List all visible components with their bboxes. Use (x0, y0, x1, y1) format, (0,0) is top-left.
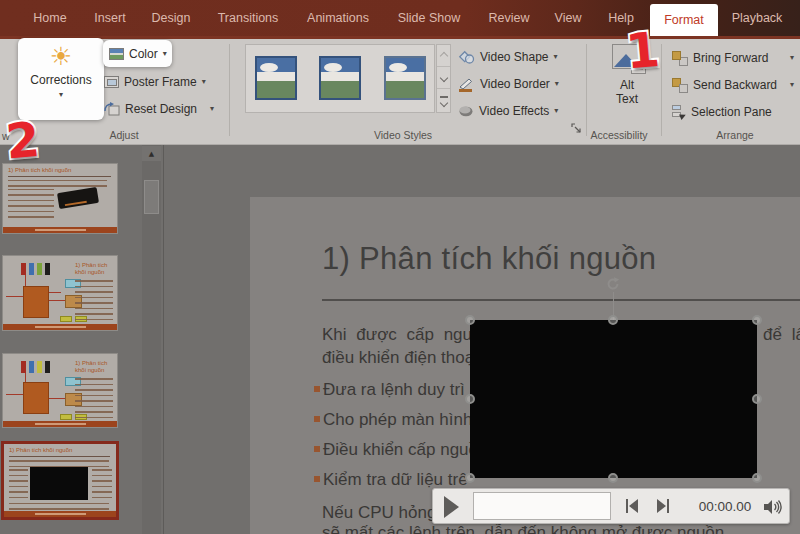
move-back-button[interactable] (626, 499, 638, 513)
frame-bar-icon (626, 499, 628, 513)
arrange-group-label: Arrange (700, 129, 770, 141)
poster-frame-icon (104, 76, 119, 88)
tab-review[interactable]: Review (481, 0, 537, 36)
move-forward-button[interactable] (657, 499, 669, 513)
tab-animations[interactable]: Animations (300, 0, 376, 36)
chevron-down-icon (439, 73, 447, 81)
video-border-label: Video Border (480, 77, 550, 91)
group-separator (586, 44, 587, 136)
thumbnail-title: 1) Phân tích (75, 360, 107, 367)
chevron-down-icon: ▾ (202, 78, 206, 86)
selection-handle-top-left[interactable] (465, 315, 475, 325)
video-styles-gallery (245, 44, 435, 113)
chevron-down-icon: ▾ (790, 54, 794, 62)
poster-frame-button[interactable]: Poster Frame ▾ (104, 70, 206, 94)
video-style-swatch-3[interactable] (384, 56, 426, 100)
tab-slide-show[interactable]: Slide Show (389, 0, 469, 36)
reset-design-label: Reset Design (125, 102, 197, 116)
body-bullet: Cho phép màn hình (323, 410, 472, 430)
selection-handle-mid-left[interactable] (465, 394, 475, 404)
bullet-square (314, 446, 320, 452)
media-progress-bar[interactable] (473, 492, 611, 520)
chevron-down-icon: ▾ (555, 80, 559, 88)
send-backward-label: Send Backward (693, 78, 777, 92)
selection-handle-bottom-center[interactable] (608, 473, 618, 483)
tab-home[interactable]: Home (28, 0, 72, 36)
selection-handle-top-center[interactable] (608, 315, 618, 325)
tab-playback[interactable]: Playback (724, 0, 790, 36)
thumbnail-footer-bar (3, 227, 117, 233)
thumbnail-text-lines (8, 180, 107, 187)
video-shape-icon (458, 50, 475, 65)
alt-text-label-line1: Alt (620, 78, 634, 92)
thumbnail-title: khối nguồn (75, 269, 104, 276)
slide-thumbnail-2[interactable]: 1) Phân tích khối nguồn (3, 256, 117, 330)
play-button[interactable] (444, 496, 459, 518)
powerpoint-window: Home Insert Design Transitions Animation… (0, 0, 800, 534)
selection-handle-mid-right[interactable] (752, 394, 762, 404)
thumbnails-scrollbar-thumb[interactable] (144, 180, 159, 214)
tab-design[interactable]: Design (146, 0, 196, 36)
diagram-bar (21, 263, 26, 275)
bring-forward-button[interactable]: Bring Forward ▾ (672, 46, 798, 70)
gallery-scrollbar (436, 44, 451, 113)
mute-unmute-button[interactable] (763, 499, 783, 519)
bullet-square (314, 386, 320, 392)
diagram-bar (37, 263, 42, 275)
video-shape-button[interactable]: Video Shape ▾ (458, 45, 558, 69)
diagram-box (60, 316, 72, 322)
ribbon: w ☀ Corrections ▾ Color ▾ Poster Frame ▾… (0, 36, 800, 145)
corrections-button[interactable]: ☀ Corrections ▾ (18, 38, 104, 120)
group-separator (661, 44, 662, 136)
color-button[interactable]: Color ▾ (103, 40, 172, 67)
thumbnail-footer-bar (3, 324, 117, 330)
video-border-button[interactable]: Video Border ▾ (458, 72, 559, 96)
video-style-swatch-2[interactable] (319, 56, 361, 100)
chevron-up-icon (439, 51, 447, 59)
thumbnail-text-lines (8, 189, 54, 221)
diagram-wire (49, 300, 65, 301)
send-backward-icon (672, 78, 688, 93)
reset-design-button[interactable]: Reset Design ▾ (104, 97, 214, 121)
send-backward-button[interactable]: Send Backward ▾ (672, 73, 798, 97)
gallery-scroll-up-button[interactable] (437, 45, 450, 67)
body-bullet: Đưa ra lệnh duy trì (323, 380, 465, 400)
speaker-icon (763, 499, 783, 515)
body-bullet: Điều khiển cấp nguồ (323, 440, 478, 460)
selection-pane-button[interactable]: Selection Pane (672, 100, 798, 124)
diagram-bar (21, 361, 26, 373)
diagram-bar (45, 263, 50, 275)
thumbnail-title-underline (8, 176, 111, 177)
slide-thumbnail-3[interactable]: 1) Phân tích khối nguồn (3, 354, 117, 427)
rotate-handle[interactable] (605, 276, 621, 292)
chevron-down-icon: ▾ (18, 91, 104, 99)
tab-format-active[interactable]: Format (650, 4, 718, 36)
thumbnail-text-lines (92, 469, 112, 499)
thumbnails-scrollbar-up-button[interactable]: ▲ (142, 146, 161, 161)
video-style-swatch-1[interactable] (255, 56, 297, 100)
tab-view[interactable]: View (548, 0, 588, 36)
slide-thumbnail-4-selected[interactable]: 1) Phân tích khối nguồn (1, 441, 119, 520)
thumbnail-text-lines (9, 460, 109, 467)
video-object[interactable] (470, 320, 757, 478)
poster-frame-label: Poster Frame (124, 75, 197, 89)
tab-insert[interactable]: Insert (88, 0, 132, 36)
chevron-down-icon: ▾ (554, 53, 558, 61)
thumbnail-title: khối nguồn (75, 367, 104, 374)
gallery-more-button[interactable] (437, 90, 450, 112)
selection-handle-bottom-left[interactable] (465, 473, 475, 483)
diagram-ic-block (23, 382, 49, 414)
slide-canvas[interactable]: 1) Phân tích khối nguồn Khi được cấp ngu… (250, 197, 800, 534)
video-effects-button[interactable]: Video Effects ▾ (458, 99, 558, 123)
tab-transitions[interactable]: Transitions (212, 0, 284, 36)
slide-thumbnail-1[interactable]: 1) Phân tích khối nguồn (3, 164, 117, 233)
selection-handle-bottom-right[interactable] (752, 473, 762, 483)
selection-handle-top-right[interactable] (752, 315, 762, 325)
diagram-wire (49, 398, 65, 399)
gallery-scroll-down-button[interactable] (437, 67, 450, 89)
diagram-bar (37, 361, 42, 373)
diagram-wire (6, 296, 23, 297)
diagram-wire (25, 373, 26, 382)
body-line: Nếu CPU hỏng, (322, 503, 441, 523)
chevron-down-icon: ▾ (554, 107, 558, 115)
